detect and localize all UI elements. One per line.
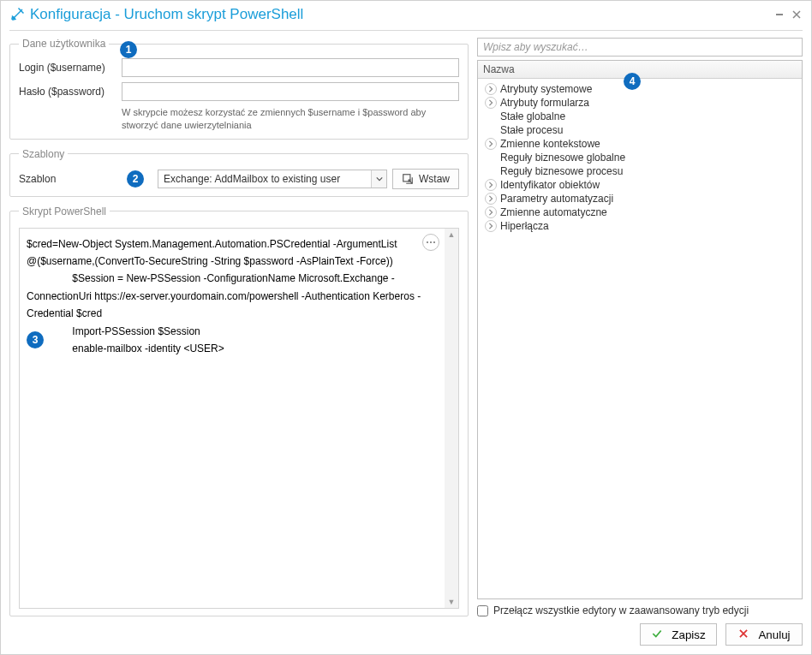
tree-item[interactable]: Identyfikator obiektów (480, 178, 800, 192)
tree-header: Nazwa (478, 61, 802, 79)
tree-item[interactable]: Hiperłącza (480, 219, 800, 233)
user-data-legend: Dane użytkownika (19, 38, 109, 50)
expand-icon[interactable] (485, 179, 497, 191)
insert-button-label: Wstaw (419, 173, 450, 185)
chevron-down-icon[interactable] (371, 170, 386, 188)
expand-icon[interactable] (485, 193, 497, 205)
tree-item[interactable]: Reguły biznesowe procesu (480, 164, 800, 178)
close-button[interactable] (791, 9, 803, 21)
advanced-mode-toggle[interactable]: Przełącz wszystkie edytory w zaawansowan… (477, 604, 803, 616)
cancel-button[interactable]: Anuluj (725, 623, 803, 646)
script-editor[interactable] (20, 229, 445, 608)
tree-item-label: Atrybuty systemowe (500, 83, 592, 95)
search-input[interactable] (477, 38, 803, 57)
template-combo[interactable] (158, 170, 387, 188)
minimize-button[interactable] (773, 9, 785, 21)
tree-indent (485, 152, 497, 164)
password-label: Hasło ($password) (19, 86, 122, 98)
script-group: Skrypt PowerShell 3 ▲ ▼ ⋯ (9, 205, 469, 616)
left-column: Dane użytkownika 1 Login ($username) Has… (9, 38, 469, 616)
tree-item-label: Atrybuty formularza (500, 97, 589, 109)
content-area: Dane użytkownika 1 Login ($username) Has… (1, 31, 811, 616)
scrollbar[interactable]: ▲ ▼ (445, 229, 458, 608)
template-label: Szablon (19, 173, 122, 185)
password-input[interactable] (122, 82, 459, 101)
tree-item[interactable]: Stałe procesu (480, 123, 800, 137)
expand-icon[interactable] (485, 97, 497, 109)
expand-icon[interactable] (485, 220, 497, 232)
tree-item[interactable]: Stałe globalne (480, 110, 800, 123)
insert-icon (402, 173, 414, 185)
tree-item[interactable]: Zmienne kontekstowe (480, 137, 800, 151)
scroll-up-icon[interactable]: ▲ (448, 230, 456, 239)
login-label: Login ($username) (19, 62, 122, 74)
config-window: Konfiguracja - Uruchom skrypt PowerShell… (0, 0, 812, 655)
badge-4: 4 (624, 73, 641, 90)
tree-item-label: Identyfikator obiektów (500, 179, 600, 191)
tree-item[interactable]: Parametry automatyzacji (480, 192, 800, 205)
user-data-group: Dane użytkownika 1 Login ($username) Has… (9, 38, 469, 140)
tree-item-label: Zmienne kontekstowe (500, 138, 600, 150)
tree-item[interactable]: Reguły biznesowe globalne (480, 151, 800, 164)
tree-item-label: Zmienne automatyczne (500, 206, 607, 218)
tree-item-label: Stałe procesu (500, 124, 563, 136)
templates-legend: Szablony (19, 148, 68, 160)
tree-item-label: Reguły biznesowe procesu (500, 165, 623, 177)
scroll-down-icon[interactable]: ▼ (448, 598, 456, 606)
check-icon (651, 628, 663, 642)
script-editor-wrap: 3 ▲ ▼ ⋯ (19, 228, 459, 609)
advanced-mode-label: Przełącz wszystkie edytory w zaawansowan… (493, 604, 749, 616)
tree-item-label: Hiperłącza (500, 220, 549, 232)
badge-1: 1 (120, 41, 137, 58)
save-button-label: Zapisz (672, 628, 705, 641)
save-button[interactable]: Zapisz (640, 623, 717, 646)
footer: Zapisz Anuluj (1, 616, 811, 654)
right-column: 4 Nazwa Atrybuty systemoweAtrybuty formu… (477, 38, 803, 616)
variables-tree: 4 Nazwa Atrybuty systemoweAtrybuty formu… (477, 60, 803, 599)
tree-item-label: Reguły biznesowe globalne (500, 152, 625, 164)
insert-button[interactable]: Wstaw (392, 169, 459, 189)
cancel-icon (737, 628, 749, 642)
templates-group: Szablony Szablon 2 (9, 148, 469, 197)
expand-icon[interactable] (485, 83, 497, 95)
tree-item-label: Parametry automatyzacji (500, 193, 613, 205)
badge-2: 2 (127, 170, 144, 188)
tree-body: Atrybuty systemoweAtrybuty formularzaSta… (478, 79, 802, 598)
expand-icon[interactable] (485, 138, 497, 150)
expand-icon[interactable] (485, 206, 497, 218)
svg-rect-1 (776, 14, 783, 15)
expand-editor-button[interactable]: ⋯ (422, 234, 439, 251)
titlebar: Konfiguracja - Uruchom skrypt PowerShell (1, 1, 811, 27)
tree-indent (485, 165, 497, 177)
cancel-button-label: Anuluj (758, 628, 790, 641)
tree-item-label: Stałe globalne (500, 110, 565, 122)
tree-item[interactable]: Zmienne automatyczne (480, 205, 800, 219)
window-title: Konfiguracja - Uruchom skrypt PowerShell (30, 6, 303, 23)
template-combo-value[interactable] (158, 170, 387, 188)
advanced-mode-checkbox[interactable] (477, 605, 488, 616)
tools-icon (9, 7, 25, 22)
badge-3: 3 (27, 331, 44, 348)
script-legend: Skrypt PowerShell (19, 205, 110, 217)
tree-indent (485, 124, 497, 136)
credentials-hint: W skrypcie możesz korzystać ze zmiennych… (122, 106, 459, 132)
tree-indent (485, 110, 497, 122)
tree-item[interactable]: Atrybuty formularza (480, 96, 800, 110)
login-input[interactable] (122, 58, 459, 77)
